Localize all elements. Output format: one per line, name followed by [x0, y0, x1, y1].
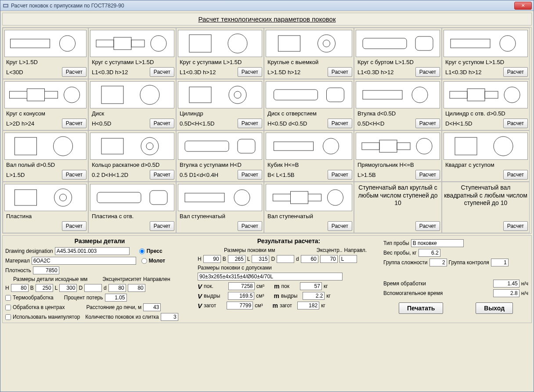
calc-button[interactable]: Расчет: [238, 67, 262, 77]
calc-button[interactable]: Расчет: [328, 221, 352, 231]
density-input[interactable]: [33, 266, 59, 274]
aux-time-input[interactable]: [493, 289, 520, 297]
svg-rect-49: [15, 190, 37, 205]
L-input[interactable]: [59, 284, 77, 292]
d2-input[interactable]: [128, 284, 145, 292]
svg-point-42: [323, 138, 339, 154]
proc-time-label: Время обработки: [383, 281, 426, 287]
df2-input[interactable]: [320, 255, 338, 263]
D-input[interactable]: [84, 284, 102, 292]
calc-button[interactable]: Расчет: [328, 119, 352, 128]
grp-ctrl-input[interactable]: [491, 259, 509, 266]
shape-thumb: [178, 30, 262, 57]
calc-button[interactable]: Расчет: [150, 67, 174, 77]
shape-label-2: H<0.5D: [90, 120, 111, 127]
calc-button[interactable]: Расчет: [238, 221, 262, 231]
dist-input[interactable]: [143, 303, 161, 311]
d-input[interactable]: [108, 284, 126, 292]
grp-diff-label: Группа сложности: [383, 259, 428, 266]
grp-diff-input[interactable]: [429, 259, 447, 266]
svg-point-38: [146, 143, 153, 150]
calc-button[interactable]: Расчет: [62, 119, 87, 128]
chk-centers[interactable]: Обработка в центрах: [5, 304, 65, 310]
chk-manip[interactable]: Использовать манипулятор: [5, 314, 80, 320]
B-input[interactable]: [36, 284, 53, 292]
mpok-lbl: пок: [281, 283, 289, 289]
Lf-input[interactable]: [252, 255, 269, 263]
radio-hammer[interactable]: Молот: [141, 258, 165, 264]
close-button[interactable]: ✕: [514, 2, 532, 10]
calc-button[interactable]: Расчет: [328, 170, 352, 180]
calc-button[interactable]: Расчет: [238, 119, 262, 128]
mzag-input[interactable]: [297, 302, 319, 309]
Hf-input[interactable]: [203, 255, 221, 263]
shape-label-1: Цилиндр с отв. d>0.5D: [444, 110, 528, 117]
proc-time-input[interactable]: [493, 280, 520, 288]
shape-label-1: Круг с уступами L>1.5D: [90, 59, 174, 65]
loss-input[interactable]: [105, 294, 127, 302]
Vpok-input[interactable]: [228, 282, 255, 290]
calc-button[interactable]: Расчет: [415, 119, 440, 128]
mpok-input[interactable]: [300, 282, 322, 290]
print-button[interactable]: Печатать: [399, 302, 444, 314]
calc-button[interactable]: Расчет: [503, 170, 528, 180]
calc-button[interactable]: Расчет: [503, 119, 528, 128]
shape-thumb: [444, 30, 528, 57]
Vzag-input[interactable]: [227, 302, 253, 309]
tol-input[interactable]: [198, 273, 343, 281]
shape-thumb: [90, 81, 174, 108]
Vvyd-input[interactable]: [228, 292, 254, 300]
df-input[interactable]: [301, 255, 318, 263]
calc-button[interactable]: Расчет: [150, 221, 174, 231]
calc-button[interactable]: Расчет: [415, 67, 440, 77]
chk-heat[interactable]: Термообработка: [5, 295, 54, 301]
mvyd-input[interactable]: [303, 292, 325, 300]
designation-input[interactable]: [55, 247, 130, 255]
m-lbl2: m: [274, 292, 279, 299]
svg-point-11: [318, 35, 336, 52]
V-lbl3: V: [198, 302, 202, 309]
probe-input[interactable]: [411, 239, 464, 247]
shape-label-2: 0.5D<H<1.5D: [178, 120, 215, 127]
calc-button[interactable]: Расчет: [62, 221, 87, 231]
calc-button[interactable]: Расчет: [503, 67, 528, 77]
Df-input[interactable]: [277, 255, 294, 263]
svg-rect-44: [379, 140, 397, 152]
shape-cell-3-0: ПластинаРасчет: [3, 182, 88, 233]
calc-button[interactable]: Расчет: [238, 170, 262, 180]
calc-button[interactable]: Расчет: [328, 67, 352, 77]
dir2-input[interactable]: [339, 255, 357, 263]
H-input[interactable]: [11, 284, 29, 292]
calc-button[interactable]: Расчет: [415, 170, 440, 180]
calc-button[interactable]: Расчет: [62, 170, 87, 180]
calc-button[interactable]: Расчет: [503, 221, 528, 231]
shape-label-2: L1<0.3D h>12: [444, 69, 481, 76]
exit-button[interactable]: Выход: [476, 302, 513, 314]
bottom-panel: Размеры детали Drawing designation Пресс…: [2, 235, 532, 323]
shape-cell-2-5: Квадрат с уступомРасчет: [442, 130, 530, 182]
svg-point-35: [54, 137, 73, 156]
df-lbl: d: [296, 256, 299, 262]
shape-cell-1-5: Цилиндр с отв. d>0.5DD<H<1.5DРасчет: [442, 79, 530, 130]
Bf-input[interactable]: [228, 255, 245, 263]
material-input[interactable]: [32, 257, 136, 265]
ingot-input[interactable]: [161, 313, 178, 321]
calc-button[interactable]: Расчет: [415, 221, 440, 231]
col-extra: Тип пробы Вес пробы, кг Группа сложности…: [383, 237, 528, 321]
svg-point-20: [64, 87, 80, 103]
calc-button[interactable]: Расчет: [150, 170, 174, 180]
calc-button[interactable]: Расчет: [62, 67, 87, 77]
svg-rect-32: [485, 91, 498, 98]
probe-wt-input[interactable]: [419, 249, 440, 257]
svg-rect-58: [308, 194, 321, 201]
Df-lbl: D: [271, 256, 275, 262]
probe-label: Тип пробы: [383, 240, 409, 246]
shape-cell-2-3: Кубик H<=BB< L<1.5BРасчет: [264, 130, 354, 182]
calc-button[interactable]: Расчет: [150, 119, 174, 128]
m-lbl: m: [274, 283, 279, 290]
results-header: Результаты расчета:: [198, 237, 380, 245]
shape-label-2: L>1.5D h>12: [266, 69, 300, 76]
radio-press[interactable]: Пресс: [139, 248, 162, 254]
svg-point-55: [234, 190, 250, 205]
shape-label-2: H<0.5D d<0.5D: [266, 120, 307, 127]
